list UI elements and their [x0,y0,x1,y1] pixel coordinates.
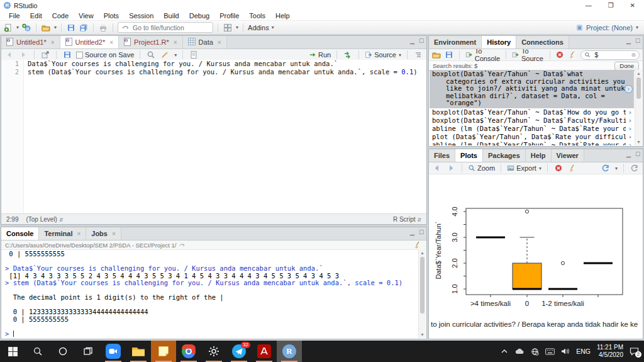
source-tab-untitled2[interactable]: 9Untitled2*× [60,36,119,48]
load-history-icon[interactable] [432,50,441,60]
console-output[interactable]: 0 | 5555555555 > Data$`Your courses is c… [1,249,419,338]
history-entry[interactable]: boxplot(Data$`Year/Tahun` ~ Data$`Facult… [430,116,634,125]
code-tools-dropdown[interactable]: ▾ [174,52,177,58]
save-all-icon[interactable] [79,23,89,33]
save-icon[interactable] [66,23,76,33]
goto-file-function-box[interactable] [118,22,213,33]
doc-type-selector[interactable]: R Script ⇵ [393,216,421,223]
onedrive-icon[interactable] [514,348,525,355]
close-tab-icon[interactable]: × [174,39,177,46]
history-entry[interactable]: abline (lm (Data$`Year/Tahun` ~ Data$`Ra… [430,125,634,133]
source-on-save-checkbox[interactable]: Source on Save [76,51,134,59]
clear-console-broom-icon[interactable] [413,240,423,250]
menu-view[interactable]: View [74,12,99,20]
expand-entry-icon[interactable]: › [626,108,634,116]
network-globe-icon[interactable] [531,348,539,356]
scope-selector[interactable]: (Top Level) ⇵ [26,216,63,223]
save-icon[interactable] [62,50,72,60]
clock[interactable]: 11:21 PM 4/5/2020 [597,344,623,359]
clear-plots-broom-icon[interactable] [567,163,577,173]
maximize-pane-icon[interactable]: ☐ [635,38,640,44]
close-tab-icon[interactable]: × [112,230,116,237]
run-button[interactable]: Run [309,50,331,60]
output-tab-files[interactable]: Files [429,149,455,162]
console-tab-terminal[interactable]: Terminal× [39,227,86,240]
taskbar-rstudio-icon[interactable]: R [277,341,302,362]
to-console-button[interactable]: To Console [465,47,500,62]
volume-icon[interactable] [561,348,570,355]
refresh-plot-icon[interactable] [630,163,640,173]
remove-entry-icon[interactable] [555,50,564,60]
new-file-dropdown[interactable]: ▾ [16,25,19,30]
new-file-icon[interactable] [3,23,13,33]
maximize-pane-icon[interactable]: ☐ [419,229,424,235]
taskbar-chrome-icon[interactable] [176,341,201,362]
menu-code[interactable]: Code [47,12,74,20]
pane-layout-dropdown[interactable]: ▾ [236,25,238,30]
output-tab-plots[interactable]: Plots [455,149,483,162]
open-file-icon[interactable] [41,23,51,33]
workspace-tab-environment[interactable]: Environment [429,36,482,48]
taskbar-file-explorer-icon[interactable] [126,341,151,362]
close-tab-icon[interactable]: × [109,39,113,46]
history-entry[interactable]: abline (lm (Data$`Year/Tahun` ~ Data$`Ra… [430,141,634,146]
to-source-button[interactable]: To Source [512,47,544,62]
output-tab-viewer[interactable]: Viewer [552,149,584,162]
source-button[interactable]: Source▾ [365,50,401,60]
find-icon[interactable] [146,50,156,60]
taskbar-settings-icon[interactable] [201,341,226,362]
taskbar-zoom-app-icon[interactable] [101,341,126,362]
menu-help[interactable]: Help [270,12,295,20]
language-indicator[interactable]: ENG [576,348,591,355]
addins-menu[interactable]: Addins▾ [248,24,274,31]
print-icon[interactable] [98,23,108,33]
goto-directory-icon[interactable] [179,242,185,248]
history-entry[interactable]: boxplot(Data$`Year/Tahun` ~ Data$`How do… [430,108,634,116]
history-search-box[interactable]: ⊗ [580,50,640,60]
console-scrollbar[interactable]: ▲▼ [418,249,426,338]
clear-search-icon[interactable]: ⊗ [631,52,636,58]
goto-input[interactable] [131,23,203,32]
code-editor[interactable]: 1Data$`Your courses is challenging for y… [1,60,426,214]
remove-plot-icon[interactable] [553,163,564,173]
menu-tools[interactable]: Tools [244,12,270,20]
minimize-pane-icon[interactable]: ▁ [626,151,631,157]
expand-entry-icon[interactable]: › [626,125,634,133]
taskbar-cortana-icon[interactable] [50,341,75,362]
nav-forward-icon[interactable] [18,50,28,60]
menu-build[interactable]: Build [158,12,184,20]
close-button[interactable]: ✕ [630,2,635,9]
menu-profile[interactable]: Profile [214,12,244,20]
workspace-tab-connections[interactable]: Connections [516,36,569,48]
new-project-icon[interactable]: R [21,23,31,33]
taskbar-telegram-icon[interactable]: 32 [226,341,252,362]
source-tab-project1r[interactable]: 9Project1.R*× [119,36,182,48]
close-tab-icon[interactable]: × [51,39,55,46]
rerun-icon[interactable] [343,50,353,60]
history-entry[interactable]: plot (Data$`Year/Tahun`, Data$`Rate your… [430,133,634,141]
export-plot-button[interactable]: Export▾ [507,163,541,173]
next-plot-icon[interactable] [446,163,456,173]
taskbar-task-view-icon[interactable] [75,341,101,362]
history-selected-entry[interactable]: boxplot(Data$`Year/Tahun` ~ Data$`what c… [430,70,634,108]
clear-history-broom-icon[interactable] [568,50,577,60]
taskbar-search-icon[interactable] [25,341,50,362]
menu-plots[interactable]: Plots [99,12,124,20]
restore-button[interactable]: ❐ [608,2,614,9]
history-search-input[interactable] [593,51,628,59]
maximize-pane-icon[interactable]: ☐ [635,151,640,157]
save-history-icon[interactable] [445,50,453,60]
expand-entry-icon[interactable]: › [626,116,634,125]
menu-file[interactable]: File [4,12,25,20]
taskbar-start-icon[interactable] [0,341,25,362]
source-tab-data[interactable]: Data× [183,36,227,48]
close-tab-icon[interactable]: × [218,39,221,46]
done-button[interactable]: Done [614,62,639,71]
taskbar-sticky-notes-icon[interactable] [151,341,176,362]
history-scrollbar[interactable]: ▲▼ [635,70,642,145]
expand-entry-icon[interactable]: › [625,85,633,93]
taskbar-acrobat-icon[interactable] [252,341,277,362]
close-tab-icon[interactable]: × [77,230,80,237]
project-menu[interactable]: R Project: (None)▾ [575,23,641,31]
code-tools-wand-icon[interactable] [160,50,170,60]
